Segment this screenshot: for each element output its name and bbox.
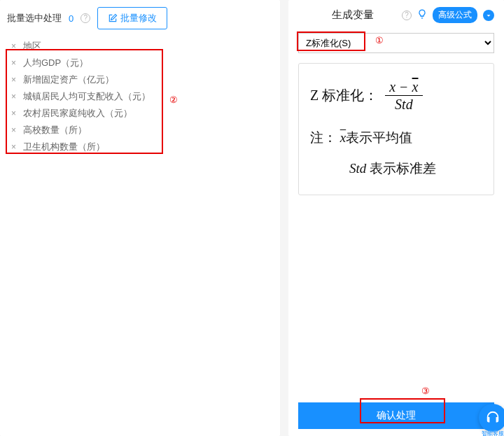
selected-count: 0 <box>69 13 74 24</box>
variable-list: ×地区 ×人均GDP（元） ×新增固定资产（亿元） ×城镇居民人均可支配收入（元… <box>7 38 280 155</box>
formula-fraction: x − x Std <box>385 79 422 112</box>
formula-card: Z 标准化： x − x Std 注： x表示平均值 Std 表示标准差 <box>298 63 494 195</box>
list-item[interactable]: ×新增固定资产（亿元） <box>7 71 280 88</box>
confirm-wrap: ③ 确认处理 <box>298 381 494 429</box>
close-icon[interactable]: × <box>11 125 20 135</box>
formula-prefix: Z 标准化： <box>310 86 378 105</box>
close-icon[interactable]: × <box>11 142 20 152</box>
list-item[interactable]: ×高校数量（所） <box>7 122 280 139</box>
headset-icon <box>485 410 500 426</box>
close-icon[interactable]: × <box>11 108 20 118</box>
variable-label: 农村居民家庭纯收入（元） <box>23 107 132 120</box>
left-header: 批量选中处理 0 ? 批量修改 <box>7 7 280 29</box>
variable-label: 高校数量（所） <box>23 124 87 136</box>
list-item[interactable]: ×人均GDP（元） <box>7 55 280 71</box>
method-select-wrap: Z标准化(S) ① <box>298 33 494 53</box>
close-icon[interactable]: × <box>11 92 20 101</box>
close-icon[interactable]: × <box>11 41 20 51</box>
help-icon[interactable]: ? <box>402 10 412 20</box>
list-item[interactable]: ×地区 <box>7 38 280 55</box>
bulb-icon[interactable] <box>417 9 427 21</box>
formula-main: Z 标准化： x − x Std <box>310 79 482 112</box>
variable-label: 地区 <box>23 40 41 52</box>
customer-service-label: 智能客服 <box>482 430 504 436</box>
formula-denominator: Std <box>395 96 413 112</box>
variable-label: 城镇居民人均可支配收入（元） <box>23 90 150 103</box>
variable-label: 人均GDP（元） <box>23 57 88 69</box>
batch-edit-label: 批量修改 <box>120 12 157 24</box>
method-select[interactable]: Z标准化(S) <box>298 33 494 53</box>
batch-select-label: 批量选中处理 <box>7 12 62 24</box>
arrow-down-icon[interactable] <box>483 10 494 21</box>
variable-label: 卫生机构数量（所） <box>23 141 105 153</box>
close-icon[interactable]: × <box>11 58 20 68</box>
variable-label: 新增固定资产（亿元） <box>23 73 114 86</box>
left-panel: 批量选中处理 0 ? 批量修改 ×地区 ×人均GDP（元） ×新增固定资产（亿元… <box>0 0 280 436</box>
customer-service-button[interactable] <box>479 404 504 432</box>
right-panel: 生成变量 ? 高级公式 Z标准化(S) ① Z 标准化： x − x Std <box>288 0 504 436</box>
generate-variable-title: 生成变量 <box>332 8 374 22</box>
advanced-formula-button[interactable]: 高级公式 <box>433 7 477 23</box>
help-icon[interactable]: ? <box>80 13 90 23</box>
formula-note-2: Std 表示标准差 <box>310 160 482 178</box>
close-icon[interactable]: × <box>11 75 20 85</box>
batch-edit-button[interactable]: 批量修改 <box>97 7 167 29</box>
list-item[interactable]: ×卫生机构数量（所） <box>7 139 280 155</box>
confirm-button[interactable]: 确认处理 <box>298 402 494 429</box>
list-item[interactable]: ×农村居民家庭纯收入（元） <box>7 105 280 122</box>
list-item[interactable]: ×城镇居民人均可支配收入（元） <box>7 88 280 105</box>
annotation-label-3: ③ <box>421 386 430 396</box>
edit-icon <box>108 13 118 23</box>
right-header: 生成变量 ? 高级公式 <box>298 7 494 23</box>
formula-note-1: 注： x表示平均值 <box>310 129 482 147</box>
